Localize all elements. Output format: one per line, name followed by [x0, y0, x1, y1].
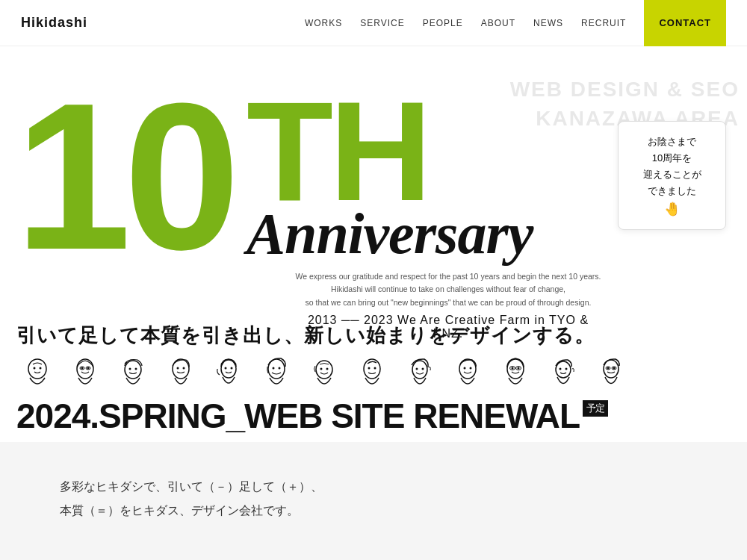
- svg-point-37: [556, 361, 571, 378]
- nav-people[interactable]: PEOPLE: [423, 18, 463, 28]
- portrait-5: [208, 352, 249, 394]
- svg-point-41: [607, 367, 610, 370]
- svg-point-39: [565, 368, 568, 370]
- speech-box: お陰さまで10周年を迎えることができました 🤚: [618, 121, 726, 230]
- nav-service[interactable]: SERVICE: [360, 18, 404, 28]
- svg-point-27: [416, 368, 418, 370]
- svg-point-18: [273, 367, 275, 370]
- svg-point-5: [87, 367, 90, 370]
- bottom-line1: 多彩なヒキダシで、引いて（－）足して（＋）、: [60, 475, 687, 499]
- svg-point-13: [183, 367, 185, 370]
- svg-point-30: [464, 367, 466, 370]
- svg-point-38: [560, 368, 562, 370]
- bottom-text: 多彩なヒキダシで、引いて（－）足して（＋）、 本質（＝）をヒキダス、デザイン会社…: [60, 475, 687, 523]
- portrait-9: [399, 352, 441, 394]
- svg-point-10: [135, 368, 137, 370]
- nav-about[interactable]: ABOUT: [481, 18, 515, 28]
- svg-point-9: [129, 368, 131, 370]
- portrait-13: [590, 352, 632, 394]
- svg-point-12: [177, 367, 179, 370]
- th-anniversary-container: TH Anniversary: [247, 91, 533, 263]
- big-number-container: 10: [15, 87, 232, 265]
- svg-point-2: [40, 367, 42, 370]
- logo: Hikidashi: [21, 15, 87, 31]
- nav: WORKS SERVICE PEOPLE ABOUT NEWS RECRUIT …: [305, 0, 726, 46]
- svg-point-16: [231, 367, 233, 370]
- svg-point-28: [422, 368, 424, 370]
- renewal-text: 2024.SPRING_WEB SITE RENEWAL: [16, 396, 580, 436]
- svg-point-0: [28, 359, 46, 379]
- bottom-line2: 本質（＝）をヒキダス、デザイン会社です。: [60, 499, 687, 523]
- anniversary-text: Anniversary: [247, 205, 533, 263]
- nav-news[interactable]: NEWS: [533, 18, 563, 28]
- contact-button[interactable]: CONTACT: [644, 0, 726, 46]
- portrait-3: [112, 352, 154, 394]
- svg-point-42: [613, 367, 616, 370]
- svg-point-26: [412, 361, 427, 379]
- th-text: TH: [247, 91, 533, 212]
- bg-text-line1: WEB DESIGN & SEO: [510, 75, 740, 104]
- portrait-8: [351, 352, 393, 394]
- portrait-6: [255, 352, 297, 394]
- portraits-row: [16, 352, 731, 394]
- renewal-text-container: 2024.SPRING_WEB SITE RENEWAL 予定: [16, 396, 608, 436]
- svg-point-34: [518, 367, 520, 370]
- svg-point-24: [368, 367, 371, 370]
- svg-point-3: [77, 359, 93, 379]
- speech-emoji: 🤚: [664, 201, 681, 217]
- bottom-section: 多彩なヒキダシで、引いて（－）足して（＋）、 本質（＝）をヒキダス、デザイン会社…: [0, 442, 747, 560]
- portrait-4: [160, 352, 202, 394]
- nav-recruit[interactable]: RECRUIT: [581, 18, 626, 28]
- jp-tagline: 引いて足して本質を引き出し、新しい始まりをデザインする。: [0, 323, 747, 349]
- svg-point-19: [279, 367, 281, 370]
- svg-point-8: [125, 361, 141, 379]
- header: Hikidashi WORKS SERVICE PEOPLE ABOUT NEW…: [0, 0, 747, 46]
- svg-point-14: [221, 360, 236, 378]
- renewal-badge: 予定: [583, 400, 608, 417]
- svg-point-1: [34, 367, 36, 370]
- portrait-12: [542, 352, 584, 394]
- portrait-2: [64, 352, 106, 394]
- nav-works[interactable]: WORKS: [305, 18, 342, 28]
- svg-point-15: [225, 367, 227, 370]
- portrait-10: [447, 352, 489, 394]
- portrait-1: [16, 352, 58, 394]
- big-number: 10: [15, 60, 232, 293]
- portrait-11: [495, 352, 536, 394]
- hero-section: WEB DESIGN & SEO KANAZAWA AREA 10 TH Ann…: [0, 46, 747, 442]
- svg-point-4: [81, 367, 84, 370]
- svg-point-31: [470, 367, 472, 370]
- svg-point-33: [512, 367, 514, 370]
- subtitle-small: We express our gratitude and respect for…: [291, 270, 605, 309]
- svg-point-21: [320, 368, 323, 370]
- svg-point-25: [374, 367, 376, 370]
- svg-point-22: [326, 368, 329, 370]
- portrait-7: [303, 352, 345, 394]
- speech-text: お陰さまで10周年を迎えることができました: [632, 134, 712, 199]
